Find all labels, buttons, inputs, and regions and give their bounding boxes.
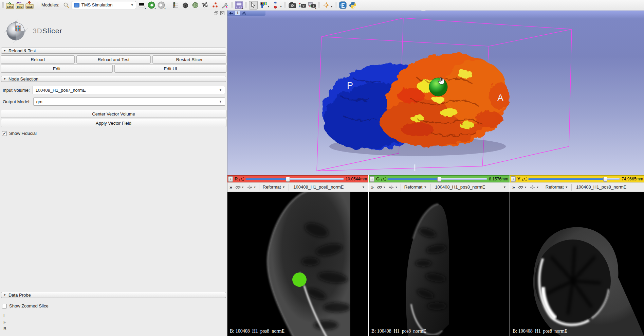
show-zoomed-slice-checkbox[interactable] (2, 304, 7, 308)
module-hierarchy-button[interactable] (171, 1, 180, 10)
close-panel-icon[interactable] (220, 11, 224, 15)
slider-handle[interactable] (286, 177, 290, 182)
edit-button[interactable]: Edit (1, 65, 113, 73)
slice-visibility-button[interactable]: ▾ (387, 185, 398, 190)
slice-visibility-button[interactable]: ▾ (246, 185, 257, 190)
chevron-down-icon: ▼ (219, 88, 222, 92)
toolbar-separator (284, 2, 286, 8)
slice-volume-combobox[interactable]: 100408_H1_pos8_normE ▼ (433, 184, 508, 190)
reformat-combobox[interactable]: Reformat ▼ (545, 184, 569, 190)
module-search-button[interactable] (62, 1, 71, 10)
main-toolbar: DATA DCM SAVE Modules: (0, 0, 644, 10)
slice-offset-slider[interactable] (245, 176, 344, 182)
annotations-button[interactable] (220, 1, 229, 10)
chevron-down-icon[interactable]: ▾ (280, 5, 282, 8)
expand-controller-button[interactable]: » (229, 184, 232, 190)
output-model-combobox[interactable]: gm ▼ (33, 98, 225, 106)
module-selector-combobox[interactable]: TMS Simulation ▼ (72, 1, 136, 9)
expand-controller-button[interactable]: » (371, 184, 374, 190)
fiducial-marker-2d[interactable] (292, 272, 307, 287)
link-slices-button[interactable]: ▾ (517, 184, 528, 190)
history-forward-button[interactable]: ▾ (157, 1, 166, 10)
load-data-button[interactable]: DATA (5, 1, 14, 10)
center-vector-volume-button[interactable]: Center Vector Volume (1, 110, 226, 118)
view-area: P A I S 1 (227, 10, 644, 336)
place-fiducial-button[interactable] (271, 1, 280, 10)
chevron-down-icon[interactable]: ▾ (331, 5, 333, 8)
save-button[interactable]: SAVE (25, 1, 34, 10)
volume-rendering-button[interactable] (181, 1, 190, 10)
transforms-button[interactable] (201, 1, 209, 10)
chevron-down-icon: ▼ (424, 185, 427, 189)
reload-and-test-button[interactable]: Reload and Test (76, 55, 150, 64)
pin-slice-controller-button[interactable]: ⤓ (511, 176, 516, 182)
apply-vector-field-button[interactable]: Apply Vector Field (1, 119, 226, 127)
dicom-button[interactable]: DCM (15, 1, 24, 10)
slice-fiducial-icon[interactable] (522, 177, 527, 181)
section-data-probe[interactable]: ▼ Data Probe (1, 292, 226, 298)
adjust-window-level-button[interactable] (259, 1, 268, 10)
slice-offset-slider[interactable] (528, 176, 620, 182)
chevron-down-icon: ▾ (242, 7, 243, 10)
slider-handle[interactable] (437, 177, 441, 182)
slice-fiducial-icon[interactable] (239, 177, 244, 181)
slice-fiducial-icon[interactable] (381, 177, 386, 181)
reformat-combobox[interactable]: Reformat ▼ (403, 184, 428, 190)
slice-offset-value: 74.9665mm (622, 177, 643, 181)
slice-visibility-button[interactable]: ▾ (529, 185, 539, 190)
crosshair-button[interactable] (322, 1, 331, 10)
undock-panel-icon[interactable] (214, 11, 218, 15)
slice-views: ⤓ R 10.0544mm » (227, 175, 644, 336)
section-title: Node Selection (8, 76, 38, 82)
scene-view-restore-button[interactable]: ▾ (308, 1, 316, 10)
chevron-down-icon: ▼ (131, 3, 134, 7)
window-level-button[interactable]: ▾ (137, 1, 146, 10)
layout-selector-button[interactable]: ▾ (235, 1, 243, 10)
module-tree-icon (172, 2, 179, 8)
reload-button[interactable]: Reload (1, 55, 75, 64)
view-options-gear-icon[interactable] (242, 11, 246, 15)
toolbar-drag-handle[interactable] (2, 2, 4, 8)
screenshot-button[interactable] (288, 1, 297, 10)
threed-view-controller: 1 (227, 11, 265, 16)
chevron-down-icon: ▾ (154, 7, 156, 10)
red-slice-viewport[interactable]: B: 100408_H1_pos8_normE (227, 192, 368, 336)
toolbar-separator (571, 184, 572, 191)
volume-rendering-icon (182, 2, 189, 8)
input-volume-combobox[interactable]: 100408_H1_pos7_normE ▼ (33, 86, 225, 94)
pin-slice-controller-button[interactable]: ⤓ (228, 176, 233, 182)
slider-handle[interactable] (603, 177, 607, 182)
expand-controller-button[interactable]: » (512, 184, 515, 190)
link-slices-button[interactable]: ▾ (234, 184, 245, 190)
slice-volume-combobox[interactable]: 100408_H1_pos8_normE (574, 184, 643, 190)
yellow-slice-viewport[interactable]: B: 100408_H1_pos8_normE (510, 192, 644, 336)
restart-slicer-button[interactable]: Restart Slicer (152, 55, 226, 64)
slice-caption: B: 100408_H1_pos8_normE (371, 329, 426, 334)
module-selector-value: TMS Simulation (81, 2, 113, 7)
reformat-combobox[interactable]: Reformat ▼ (262, 184, 286, 190)
scene-view-capture-button[interactable] (298, 1, 307, 10)
pin-view-controller-icon[interactable] (229, 12, 233, 15)
extensions-manager-button[interactable] (338, 1, 347, 10)
yellow-slice-image (510, 192, 644, 336)
reformat-label: Reformat (546, 184, 564, 190)
section-node-selection[interactable]: ▼ Node Selection (1, 76, 226, 82)
edit-ui-button[interactable]: Edit UI (114, 65, 226, 73)
modules-label: Modules: (41, 2, 59, 7)
python-console-button[interactable] (348, 1, 357, 10)
slice-letter-badge: G (376, 176, 380, 181)
markups-button[interactable] (210, 1, 219, 10)
section-reload-and-test[interactable]: ▼ Reload & Test (1, 48, 226, 54)
threed-viewport[interactable]: P A I S 1 (227, 10, 644, 175)
models-button[interactable] (191, 1, 200, 10)
show-fiducial-checkbox[interactable]: ✓ (2, 131, 7, 136)
chevron-down-icon[interactable]: ▾ (268, 5, 270, 8)
mouse-interaction-button[interactable] (249, 1, 258, 10)
pin-slice-controller-button[interactable]: ⤓ (370, 176, 374, 182)
slice-offset-slider[interactable] (387, 176, 487, 182)
link-slices-button[interactable]: ▾ (376, 184, 386, 190)
green-slice-viewport[interactable]: B: 100408_H1_pos8_normE (369, 192, 510, 336)
layout-icon (235, 1, 243, 9)
history-back-button[interactable]: ▾ (147, 1, 156, 10)
slice-volume-combobox[interactable]: 100408_H1_pos8_normE ▼ (291, 184, 367, 190)
